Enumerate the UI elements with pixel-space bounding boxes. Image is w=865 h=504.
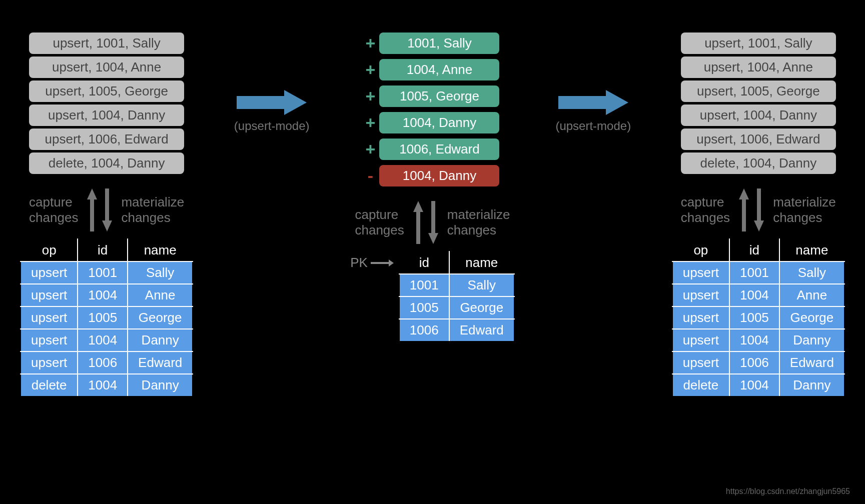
table-row: upsert1006Edward (21, 352, 193, 374)
changelog-row: +1004, Anne (365, 56, 499, 83)
changelog-pill: 1001, Sally (379, 32, 499, 54)
table-row: 1001Sally (399, 274, 514, 296)
table-row: upsert1004Danny (672, 329, 844, 352)
table-cell: 1005 (729, 306, 779, 329)
table-header-cell: op (21, 239, 78, 262)
table-row: 1006Edward (399, 319, 514, 342)
left-table: opidnameupsert1001Sallyupsert1004Anneups… (20, 238, 193, 397)
changelog-pill: 1004, Anne (379, 59, 499, 80)
table-cell: George (779, 306, 844, 329)
table-cell: Danny (128, 329, 193, 352)
table-cell: 1005 (78, 306, 128, 329)
changelog-pill: upsert, 1001, Sally (681, 32, 836, 54)
table-header-cell: id (729, 239, 779, 262)
table-cell: Danny (779, 374, 844, 396)
materialize-changes-label: materialize changes (447, 207, 510, 238)
changelog-row: +1001, Sally (365, 30, 499, 56)
table-cell: 1006 (399, 319, 449, 342)
table-cell: Danny (128, 374, 193, 396)
table-row: upsert1006Edward (672, 352, 844, 374)
changelog-row: +1005, George (365, 83, 499, 110)
updown-arrows-icon (411, 201, 440, 244)
arrow-1-label: (upsert-mode) (234, 119, 310, 133)
pk-text: PK (350, 255, 368, 270)
arrow-2: (upsert-mode) (555, 90, 631, 133)
middle-item-list: +1001, Sally+1004, Anne+1005, George+100… (365, 30, 499, 189)
table-row: upsert1004Anne (21, 284, 193, 306)
middle-table: idname1001Sally1005George1006Edward (399, 251, 515, 342)
changelog-pill: upsert, 1004, Anne (681, 56, 836, 78)
table-row: 1005George (399, 296, 514, 319)
plus-icon: + (365, 60, 375, 80)
table-cell: upsert (21, 262, 78, 284)
updown-arrows-icon (737, 188, 766, 232)
table-cell: Edward (449, 319, 514, 342)
capture-changes-label: capture changes (681, 194, 730, 226)
svg-marker-3 (413, 201, 423, 244)
changelog-row: -1004, Danny (365, 162, 499, 189)
pk-label: PK (350, 255, 394, 270)
table-header-cell: id (399, 252, 449, 274)
left-column: upsert, 1001, Sallyupsert, 1004, Anneups… (20, 30, 193, 397)
left-pill-list: upsert, 1001, Sallyupsert, 1004, Anneups… (29, 30, 184, 176)
capture-changes-label: capture changes (29, 194, 78, 226)
table-cell: Sally (128, 262, 193, 284)
arrow-1: (upsert-mode) (234, 90, 310, 133)
plus-icon: + (365, 140, 375, 159)
table-cell: George (128, 306, 193, 329)
svg-marker-2 (237, 90, 307, 115)
table-cell: upsert (672, 329, 729, 352)
changelog-pill: upsert, 1004, Anne (29, 56, 184, 78)
table-cell: upsert (672, 352, 729, 374)
table-cell: Sally (779, 262, 844, 284)
middle-column: +1001, Sally+1004, Anne+1005, George+100… (350, 30, 515, 342)
changelog-pill: upsert, 1006, Edward (681, 128, 836, 150)
svg-marker-4 (428, 201, 438, 244)
table-row: upsert1005George (672, 306, 844, 329)
table-cell: George (449, 296, 514, 319)
right-pill-list: upsert, 1001, Sallyupsert, 1004, Anneups… (681, 30, 836, 176)
table-cell: 1004 (78, 284, 128, 306)
table-cell: upsert (21, 306, 78, 329)
capture-changes-label: capture changes (355, 207, 404, 238)
table-cell: Edward (128, 352, 193, 374)
table-cell: 1006 (78, 352, 128, 374)
right-table: opidnameupsert1001Sallyupsert1004Anneups… (672, 238, 845, 397)
table-row: delete1004Danny (21, 374, 193, 396)
changelog-pill: delete, 1004, Danny (29, 152, 184, 174)
changelog-pill: 1004, Danny (379, 165, 499, 186)
svg-marker-0 (87, 188, 97, 232)
plus-icon: + (365, 86, 375, 106)
table-cell: 1001 (78, 262, 128, 284)
table-cell: upsert (21, 352, 78, 374)
table-cell: 1004 (729, 329, 779, 352)
table-cell: 1004 (729, 374, 779, 396)
changelog-pill: upsert, 1004, Danny (681, 104, 836, 126)
diagram-root: upsert, 1001, Sallyupsert, 1004, Anneups… (10, 10, 855, 397)
table-cell: 1006 (729, 352, 779, 374)
changelog-pill: upsert, 1001, Sally (29, 32, 184, 54)
arrow-right-small-icon (371, 260, 394, 266)
updown-arrows-icon (85, 188, 114, 232)
materialize-changes-label: materialize changes (121, 194, 184, 226)
table-cell: 1005 (399, 296, 449, 319)
table-header-cell: name (128, 239, 193, 262)
table-header-cell: name (449, 252, 514, 274)
table-cell: upsert (672, 306, 729, 329)
minus-icon: - (365, 166, 375, 186)
table-cell: 1004 (78, 329, 128, 352)
table-header-cell: name (779, 239, 844, 262)
table-cell: upsert (21, 284, 78, 306)
table-cell: Edward (779, 352, 844, 374)
table-row: upsert1001Sally (672, 262, 844, 284)
table-row: upsert1004Danny (21, 329, 193, 352)
table-cell: delete (672, 374, 729, 396)
table-cell: upsert (21, 329, 78, 352)
table-row: delete1004Danny (672, 374, 844, 396)
arrow-right-icon (237, 90, 307, 115)
changelog-row: +1004, Danny (365, 110, 499, 136)
table-header-cell: op (672, 239, 729, 262)
table-cell: Anne (779, 284, 844, 306)
changelog-pill: 1006, Edward (379, 138, 499, 160)
table-cell: 1001 (399, 274, 449, 296)
